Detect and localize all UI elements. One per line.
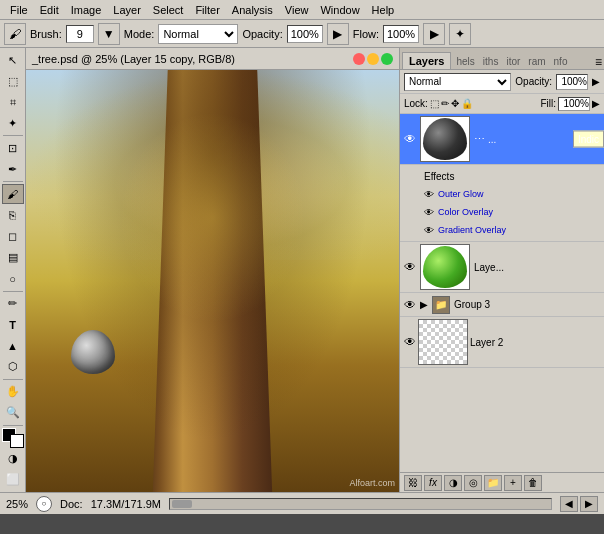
layer-name-group3: Group 3 [452, 299, 602, 310]
panel-menu-btn[interactable]: ≡ [595, 55, 602, 69]
window-close[interactable] [353, 53, 365, 65]
layer-visibility-eye-1[interactable]: 👁 [402, 132, 418, 146]
link-layers-btn[interactable]: ⛓ [404, 475, 422, 491]
effect-name-2[interactable]: Color Overlay [438, 207, 493, 217]
lock-position-icon[interactable]: ✥ [451, 98, 459, 109]
brush-size-input[interactable] [66, 25, 94, 43]
scroll-thumb-h[interactable] [172, 500, 192, 508]
tab-layers[interactable]: Layers [402, 52, 451, 69]
opacity-input[interactable] [287, 25, 323, 43]
menu-filter[interactable]: Filter [189, 2, 225, 18]
effect-color-overlay[interactable]: 👁 Color Overlay [424, 203, 600, 221]
menu-view[interactable]: View [279, 2, 315, 18]
tool-hand[interactable]: ✋ [2, 382, 24, 402]
layer-blend-select[interactable]: Normal [404, 73, 511, 91]
tool-sep-5 [3, 425, 23, 426]
new-layer-btn[interactable]: + [504, 475, 522, 491]
tool-dodge[interactable]: ○ [2, 269, 24, 289]
tool-crop[interactable]: ⊡ [2, 138, 24, 158]
tab-hels[interactable]: hels [452, 54, 478, 69]
tool-eraser[interactable]: ◻ [2, 226, 24, 246]
foreground-bg-color[interactable] [2, 428, 24, 448]
watermark: Alfoart.com [349, 478, 395, 488]
tab-itor[interactable]: itor [502, 54, 524, 69]
add-group-btn[interactable]: 📁 [484, 475, 502, 491]
layer-item-green-apple[interactable]: 👁 Laye... [400, 242, 604, 293]
tool-move[interactable]: ↖ [2, 50, 24, 70]
flow-input[interactable] [383, 25, 419, 43]
layer-item-layer2[interactable]: 👁 Layer 2 [400, 317, 604, 368]
tool-type[interactable]: T [2, 315, 24, 335]
tool-shape[interactable]: ⬡ [2, 357, 24, 377]
opacity-arrow-layers[interactable]: ▶ [592, 76, 600, 87]
layer-opacity-input[interactable] [556, 74, 588, 90]
lock-transparent-icon[interactable]: ⬚ [430, 98, 439, 109]
layer-item-group3[interactable]: 👁 ▶ 📁 Group 3 [400, 293, 604, 317]
lock-all-icon[interactable]: 🔒 [461, 98, 473, 109]
tool-brush[interactable]: 🖌 [2, 184, 24, 204]
menu-edit[interactable]: Edit [34, 2, 65, 18]
effect-name-3[interactable]: Gradient Overlay [438, 225, 506, 235]
panel-tabs: Layers hels iths itor ram nfo ≡ [400, 48, 604, 70]
tool-pen[interactable]: ✏ [2, 294, 24, 314]
layer-link-1[interactable]: ⋯ [472, 133, 486, 146]
zoom-level: 25% [6, 498, 28, 510]
delete-layer-btn[interactable]: 🗑 [524, 475, 542, 491]
layer-thumb-2 [420, 244, 470, 290]
tab-nfo[interactable]: nfo [550, 54, 572, 69]
effect-outer-glow[interactable]: 👁 Outer Glow [424, 185, 600, 203]
group-expand-arrow[interactable]: ▶ [420, 299, 428, 310]
menu-select[interactable]: Select [147, 2, 190, 18]
canvas-title: _tree.psd @ 25% (Layer 15 copy, RGB/8) [32, 53, 235, 65]
effect-eye-2[interactable]: 👁 [424, 207, 434, 218]
tool-lasso[interactable]: ⌗ [2, 92, 24, 112]
window-maximize[interactable] [381, 53, 393, 65]
nav-right-btn[interactable]: ▶ [580, 496, 598, 512]
fill-arrow[interactable]: ▶ [592, 98, 600, 109]
canvas-content[interactable]: Alfoart.com [26, 70, 399, 492]
add-style-btn[interactable]: fx [424, 475, 442, 491]
add-mask-btn[interactable]: ◑ [444, 475, 462, 491]
window-minimize[interactable] [367, 53, 379, 65]
nav-left-btn[interactable]: ◀ [560, 496, 578, 512]
effect-gradient-overlay[interactable]: 👁 Gradient Overlay [424, 221, 600, 239]
menu-help[interactable]: Help [366, 2, 401, 18]
menu-window[interactable]: Window [314, 2, 365, 18]
menu-layer[interactable]: Layer [107, 2, 147, 18]
tool-eyedropper[interactable]: ✒ [2, 159, 24, 179]
blend-mode-select[interactable]: Normal [158, 24, 238, 44]
tool-magic-wand[interactable]: ✦ [2, 113, 24, 133]
tool-path[interactable]: ▲ [2, 336, 24, 356]
brush-picker-btn[interactable]: ▼ [98, 23, 120, 45]
layer-visibility-eye-3[interactable]: 👁 [402, 298, 418, 312]
flow-label: Flow: [353, 28, 379, 40]
horizontal-scrollbar[interactable] [169, 498, 552, 510]
menu-analysis[interactable]: Analysis [226, 2, 279, 18]
effect-name-1[interactable]: Outer Glow [438, 189, 484, 199]
tool-clone[interactable]: ⎘ [2, 205, 24, 225]
tool-select-rect[interactable]: ⬚ [2, 71, 24, 91]
nav-buttons: ◀ ▶ [560, 496, 598, 512]
tool-gradient[interactable]: ▤ [2, 248, 24, 268]
tool-sep-4 [3, 379, 23, 380]
fill-input[interactable] [558, 97, 590, 111]
layer-visibility-eye-2[interactable]: 👁 [402, 260, 418, 274]
layer-visibility-eye-4[interactable]: 👁 [402, 335, 418, 349]
tab-ram[interactable]: ram [524, 54, 549, 69]
menu-image[interactable]: Image [65, 2, 108, 18]
effect-eye-1[interactable]: 👁 [424, 189, 434, 200]
tool-screen-mode[interactable]: ⬜ [2, 470, 24, 490]
tab-iths[interactable]: iths [479, 54, 503, 69]
menu-file[interactable]: File [4, 2, 34, 18]
lock-image-icon[interactable]: ✏ [441, 98, 449, 109]
tooltip-box: Indic [573, 131, 604, 148]
airbrush-btn[interactable]: ✦ [449, 23, 471, 45]
layer-item-black-apple[interactable]: 👁 ⋯ ... fx Indic [400, 114, 604, 165]
effect-eye-3[interactable]: 👁 [424, 225, 434, 236]
tool-zoom[interactable]: 🔍 [2, 403, 24, 423]
brush-tool-btn[interactable]: 🖌 [4, 23, 26, 45]
add-adjustment-btn[interactable]: ◎ [464, 475, 482, 491]
tool-mask[interactable]: ◑ [2, 449, 24, 469]
opacity-arrow[interactable]: ▶ [327, 23, 349, 45]
flow-arrow[interactable]: ▶ [423, 23, 445, 45]
